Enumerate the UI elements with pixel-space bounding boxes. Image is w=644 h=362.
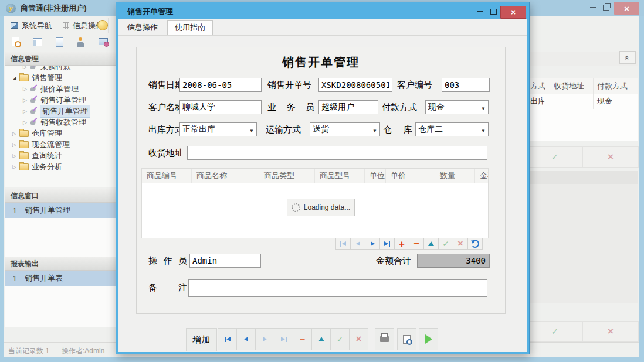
main-close-button[interactable]: [614, 2, 639, 15]
tree-item-sales-order-mgmt[interactable]: 销售订单管理: [5, 94, 117, 105]
tree-item-label[interactable]: 采购付款: [40, 66, 71, 72]
tree-item-label[interactable]: 销售管理: [32, 73, 62, 83]
tab-info-operation[interactable]: 信息操作: [120, 21, 165, 35]
toolbar-document-button[interactable]: [49, 34, 69, 50]
list-item[interactable]: 1 销售开单管理: [5, 203, 117, 218]
tree-item-label[interactable]: 现金流管理: [32, 139, 70, 150]
dialog-maximize-button[interactable]: [487, 5, 500, 18]
operator-input[interactable]: [189, 254, 261, 268]
expander-collapsed-icon[interactable]: [21, 86, 29, 92]
expander-collapsed-icon[interactable]: [21, 97, 29, 103]
dropdown-arrow-icon[interactable]: [247, 125, 256, 134]
remark-input[interactable]: [188, 279, 487, 297]
address-input[interactable]: [187, 146, 487, 160]
cancel-record-button[interactable]: [453, 238, 468, 250]
dropdown-arrow-icon[interactable]: [370, 125, 379, 134]
expander-collapsed-icon[interactable]: [21, 119, 29, 125]
tree-item-warehouse-mgmt[interactable]: 仓库管理: [5, 128, 117, 139]
toolbar-monitor-button[interactable]: [94, 34, 114, 50]
toolbar-user-button[interactable]: [72, 34, 91, 50]
expander-collapsed-icon[interactable]: [21, 66, 29, 70]
prev-record-button[interactable]: [350, 238, 365, 250]
first-record-button[interactable]: [218, 328, 237, 350]
tree-item-label[interactable]: 查询统计: [32, 151, 62, 161]
tree-item-label-selected[interactable]: 销售开单管理: [40, 105, 90, 117]
customer-no-input[interactable]: [442, 78, 490, 92]
nav-tab-system[interactable]: 系统导航: [6, 18, 57, 33]
preview-button[interactable]: [397, 328, 416, 350]
expander-collapsed-icon[interactable]: [11, 142, 18, 148]
cancel-cross-button[interactable]: [583, 322, 639, 341]
prev-record-button[interactable]: [236, 328, 256, 350]
column-header[interactable]: 金额: [475, 169, 489, 183]
cancel-button[interactable]: [349, 328, 368, 350]
tree-item-label[interactable]: 仓库管理: [32, 128, 62, 139]
warehouse-select[interactable]: 仓库二: [415, 122, 489, 136]
next-record-button[interactable]: [365, 238, 380, 250]
tree-item-sales-receipt-mgmt[interactable]: 销售收款管理: [5, 117, 117, 128]
collapse-chevrons-icon[interactable]: [619, 51, 636, 64]
tree-item-query-stats[interactable]: 查询统计: [5, 150, 117, 161]
tree-item-sales-mgmt[interactable]: 销售管理: [5, 72, 117, 83]
main-restore-button[interactable]: [599, 0, 612, 15]
list-item-label[interactable]: 销售开单管理: [25, 205, 70, 216]
transport-select[interactable]: 送货: [310, 122, 380, 136]
outbound-select[interactable]: 正常出库: [179, 122, 257, 136]
column-header[interactable]: 单价: [386, 169, 435, 183]
edit-record-button[interactable]: [423, 238, 439, 250]
confirm-check-button[interactable]: [527, 322, 583, 341]
expander-collapsed-icon[interactable]: [11, 131, 18, 136]
post-record-button[interactable]: [438, 238, 453, 250]
column-header[interactable]: 单位: [365, 169, 386, 183]
dropdown-arrow-icon[interactable]: [479, 103, 488, 112]
tree-item-cashflow-mgmt[interactable]: 现金流管理: [5, 139, 117, 150]
order-no-input[interactable]: [318, 78, 392, 92]
tree-item-label[interactable]: 业务分析: [32, 162, 62, 172]
first-record-button[interactable]: [335, 238, 351, 250]
add-button[interactable]: 增加: [186, 328, 217, 351]
column-header[interactable]: 商品型号: [315, 169, 365, 183]
dialog-minimize-button[interactable]: [474, 5, 487, 18]
tree-item-label[interactable]: 报价单管理: [40, 84, 79, 94]
tree-item-label[interactable]: 销售订单管理: [40, 95, 86, 105]
dropdown-arrow-icon[interactable]: [479, 125, 488, 134]
print-button[interactable]: [375, 328, 394, 350]
last-record-button[interactable]: [274, 328, 293, 350]
dialog-close-button[interactable]: [500, 6, 526, 19]
tree-item-sales-billing-mgmt[interactable]: 销售开单管理: [5, 105, 117, 117]
column-header[interactable]: 商品编号: [142, 169, 192, 183]
delete-record-button[interactable]: [409, 238, 424, 250]
expander-expanded-icon[interactable]: [11, 75, 18, 81]
sale-date-input[interactable]: [179, 78, 262, 92]
toolbar-search-button[interactable]: [6, 34, 26, 50]
tree-item-business-analysis[interactable]: 业务分析: [5, 161, 117, 172]
clock-icon[interactable]: [97, 20, 108, 30]
expander-collapsed-icon[interactable]: [11, 164, 18, 170]
salesman-input[interactable]: [318, 100, 378, 114]
expander-collapsed-icon[interactable]: [21, 108, 29, 114]
cancel-cross-button[interactable]: [583, 147, 639, 167]
column-header[interactable]: 商品类型: [259, 169, 315, 183]
tab-user-guide[interactable]: 使用指南: [167, 20, 213, 35]
tree-item-quote-mgmt[interactable]: 报价单管理: [5, 83, 117, 94]
customer-name-input[interactable]: [179, 100, 262, 114]
expander-collapsed-icon[interactable]: [11, 153, 18, 159]
edit-button[interactable]: [311, 328, 331, 350]
column-header[interactable]: 商品名称: [192, 169, 259, 183]
delete-button[interactable]: [293, 328, 312, 350]
toolbar-list-button[interactable]: [28, 34, 48, 50]
tree-item-purchase-payment[interactable]: 采购付款: [5, 66, 117, 72]
last-record-button[interactable]: [379, 238, 395, 250]
payment-select[interactable]: 现金: [425, 100, 489, 114]
run-button[interactable]: [419, 328, 438, 350]
confirm-check-button[interactable]: [527, 147, 583, 167]
list-item[interactable]: 1 销售开单表: [5, 271, 117, 286]
column-header[interactable]: 数量: [435, 169, 475, 183]
tree-item-label[interactable]: 销售收款管理: [40, 117, 86, 128]
post-button[interactable]: [330, 328, 350, 350]
insert-record-button[interactable]: [394, 238, 409, 250]
main-minimize-button[interactable]: [587, 0, 599, 15]
refresh-button[interactable]: [467, 238, 483, 250]
list-item-label[interactable]: 销售开单表: [25, 273, 63, 284]
next-record-button[interactable]: [255, 328, 274, 350]
